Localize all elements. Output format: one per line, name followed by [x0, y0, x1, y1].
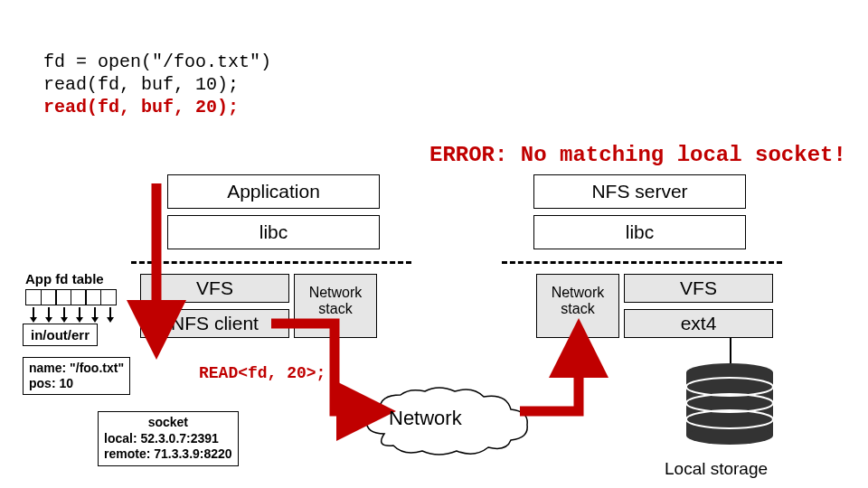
read-command: READ<fd, 20>;	[199, 364, 326, 382]
fd-cell	[71, 289, 87, 305]
ext4-storage-connector	[730, 338, 731, 363]
fd-cell	[100, 289, 117, 305]
fd-arrow	[48, 307, 50, 318]
fd-arrow	[94, 307, 96, 318]
file-descriptor-info-box: name: "/foo.txt" pos: 10	[23, 357, 130, 395]
network-stack-label-right: Network stack	[538, 285, 618, 317]
fd-pos: pos: 10	[29, 376, 124, 391]
nfs-client-box: NFS client	[140, 309, 289, 338]
in-out-err-box: in/out/err	[23, 324, 98, 346]
socket-remote: remote: 71.3.3.9:8220	[104, 446, 232, 463]
code-block: fd = open("/foo.txt") read(fd, buf, 10);…	[43, 51, 271, 118]
nfs-server-box: NFS server	[533, 174, 746, 209]
fd-cell	[85, 289, 101, 305]
storage-cylinder-icon	[683, 361, 778, 452]
libc-box-left: libc	[167, 215, 380, 249]
socket-local: local: 52.3.0.7:2391	[104, 431, 232, 447]
fd-arrow	[63, 307, 65, 318]
ext4-box: ext4	[624, 309, 773, 338]
dashed-separator-left	[131, 261, 411, 264]
socket-title: socket	[104, 415, 232, 431]
fd-cell	[25, 289, 42, 305]
socket-info-box: socket local: 52.3.0.7:2391 remote: 71.3…	[98, 411, 239, 466]
application-box: Application	[167, 174, 380, 209]
libc-box-right: libc	[533, 215, 746, 249]
fd-arrow	[79, 307, 80, 318]
fd-cell	[41, 289, 57, 305]
network-label: Network	[389, 407, 462, 430]
vfs-box-right: VFS	[624, 274, 773, 303]
local-storage-label: Local storage	[665, 459, 768, 479]
fd-table-label: App fd table	[25, 271, 104, 286]
fd-table-cells	[25, 289, 117, 305]
code-line-1: fd = open("/foo.txt")	[43, 51, 271, 73]
code-line-3: read(fd, buf, 20);	[43, 96, 271, 118]
code-line-2: read(fd, buf, 10);	[43, 73, 271, 96]
dashed-separator-right	[502, 261, 782, 264]
vfs-box-left: VFS	[140, 274, 289, 303]
error-message: ERROR: No matching local socket!	[429, 143, 846, 167]
fd-name: name: "/foo.txt"	[29, 361, 124, 376]
fd-arrow	[109, 307, 111, 318]
fd-cell	[55, 289, 71, 305]
fd-arrow	[33, 307, 34, 318]
